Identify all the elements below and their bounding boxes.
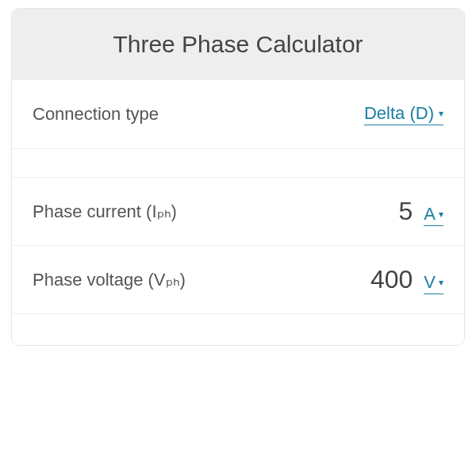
row-phase-voltage: Phase voltage (Vₚₕ) 400 V ▾ — [12, 245, 464, 313]
row-phase-current: Phase current (Iₚₕ) 5 A ▾ — [12, 177, 464, 245]
phase-current-label: Phase current (Iₚₕ) — [33, 202, 399, 222]
connection-type-label: Connection type — [33, 104, 364, 125]
partial-value-group — [432, 335, 443, 336]
chevron-down-icon: ▾ — [439, 209, 443, 220]
phase-current-value-group: 5 A ▾ — [399, 197, 443, 226]
row-connection-type: Connection type Delta (D) ▾ — [12, 80, 464, 148]
phase-voltage-value-group: 400 V ▾ — [370, 265, 443, 294]
phase-voltage-input[interactable]: 400 — [370, 265, 413, 294]
phase-current-unit-select[interactable]: A ▾ — [424, 204, 443, 226]
calculator-card: Three Phase Calculator Connection type D… — [11, 8, 465, 346]
phase-voltage-unit-select[interactable]: V ▾ — [424, 272, 443, 294]
row-partial — [12, 313, 464, 345]
section-spacer — [12, 148, 464, 177]
phase-voltage-label: Phase voltage (Vₚₕ) — [33, 270, 370, 290]
phase-current-input[interactable]: 5 — [399, 197, 413, 226]
connection-type-select[interactable]: Delta (D) ▾ — [364, 103, 443, 125]
phase-voltage-unit: V — [424, 272, 436, 293]
connection-type-value: Delta (D) — [364, 103, 434, 124]
calculator-header: Three Phase Calculator — [12, 9, 464, 80]
chevron-down-icon: ▾ — [439, 108, 443, 119]
chevron-down-icon: ▾ — [439, 277, 443, 288]
phase-current-unit: A — [424, 204, 436, 225]
page-title: Three Phase Calculator — [28, 31, 448, 58]
